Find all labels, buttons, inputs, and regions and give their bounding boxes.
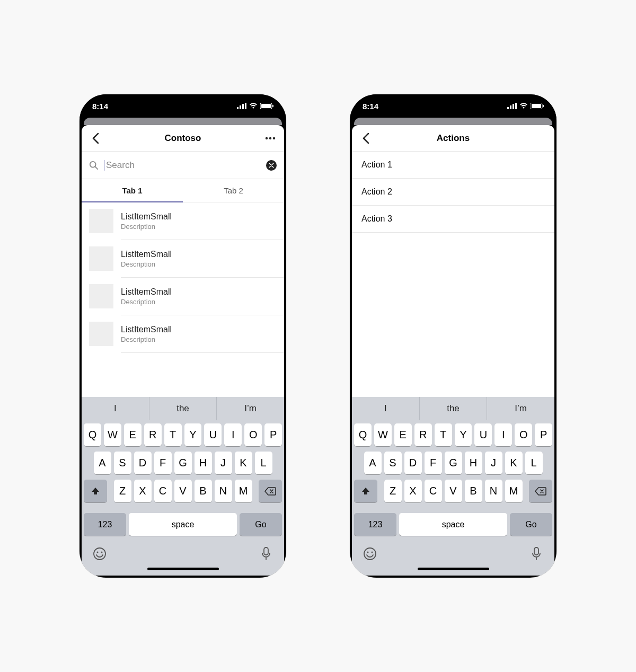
clear-search-button[interactable] bbox=[266, 160, 277, 171]
letter-key[interactable]: S bbox=[114, 452, 131, 474]
letter-key[interactable]: G bbox=[174, 452, 192, 474]
letter-key[interactable]: E bbox=[394, 423, 412, 446]
letter-key[interactable]: T bbox=[164, 423, 182, 446]
shift-key[interactable] bbox=[84, 480, 107, 502]
letter-key[interactable]: J bbox=[485, 452, 502, 474]
letter-key[interactable]: P bbox=[264, 423, 282, 446]
action-item[interactable]: Action 1 bbox=[352, 152, 554, 179]
previous-app-bar bbox=[84, 118, 282, 125]
letter-key[interactable]: F bbox=[425, 452, 442, 474]
suggestion[interactable]: I bbox=[82, 397, 149, 420]
letter-key[interactable]: Y bbox=[184, 423, 202, 446]
letter-key[interactable]: D bbox=[134, 452, 152, 474]
go-key[interactable]: Go bbox=[510, 513, 552, 536]
tab-1[interactable]: Tab 1 bbox=[82, 179, 183, 202]
letter-key[interactable]: X bbox=[134, 480, 152, 502]
letter-key[interactable]: K bbox=[235, 452, 252, 474]
letter-key[interactable]: Z bbox=[114, 480, 131, 502]
letter-key[interactable]: R bbox=[414, 423, 432, 446]
search-input[interactable] bbox=[104, 160, 261, 171]
svg-rect-7 bbox=[261, 104, 271, 108]
letter-key[interactable]: C bbox=[425, 480, 442, 502]
emoji-icon bbox=[363, 547, 377, 561]
letter-key[interactable]: W bbox=[104, 423, 121, 446]
back-button[interactable] bbox=[88, 131, 103, 146]
letter-key[interactable]: G bbox=[445, 452, 462, 474]
letter-key[interactable]: O bbox=[244, 423, 262, 446]
letter-key[interactable]: C bbox=[154, 480, 172, 502]
svg-rect-2 bbox=[237, 107, 238, 109]
space-key[interactable]: space bbox=[399, 513, 507, 536]
go-key[interactable]: Go bbox=[240, 513, 282, 536]
numeric-key[interactable]: 123 bbox=[354, 513, 396, 536]
suggestion[interactable]: the bbox=[149, 397, 217, 420]
suggestion[interactable]: I’m bbox=[487, 397, 554, 420]
list[interactable]: ListItemSmall Description ListItemSmall … bbox=[82, 202, 284, 397]
action-item[interactable]: Action 3 bbox=[352, 206, 554, 233]
numeric-key[interactable]: 123 bbox=[84, 513, 126, 536]
mic-button[interactable] bbox=[529, 546, 544, 561]
letter-key[interactable]: M bbox=[235, 480, 252, 502]
shift-key[interactable] bbox=[354, 480, 377, 502]
letter-key[interactable]: Y bbox=[455, 423, 472, 446]
list-item[interactable]: ListItemSmall Description bbox=[82, 278, 284, 315]
letter-key[interactable]: X bbox=[404, 480, 422, 502]
list-item-title: ListItemSmall bbox=[121, 250, 277, 259]
letter-key[interactable]: U bbox=[204, 423, 222, 446]
backspace-key[interactable] bbox=[259, 480, 282, 502]
letter-key[interactable]: Q bbox=[354, 423, 372, 446]
letter-key[interactable]: T bbox=[435, 423, 452, 446]
letter-key[interactable]: I bbox=[224, 423, 242, 446]
letter-key[interactable]: E bbox=[124, 423, 142, 446]
home-indicator[interactable] bbox=[147, 568, 219, 570]
previous-app-bar bbox=[354, 118, 552, 125]
tab-2[interactable]: Tab 2 bbox=[183, 179, 284, 202]
letter-key[interactable]: L bbox=[255, 452, 272, 474]
letter-key[interactable]: F bbox=[154, 452, 172, 474]
letter-key[interactable]: B bbox=[195, 480, 212, 502]
mic-button[interactable] bbox=[259, 546, 273, 561]
letter-key[interactable]: Q bbox=[84, 423, 101, 446]
letter-key[interactable]: V bbox=[445, 480, 462, 502]
list-item[interactable]: ListItemSmall Description bbox=[82, 202, 284, 240]
space-key[interactable]: space bbox=[129, 513, 237, 536]
suggestion[interactable]: I bbox=[352, 397, 419, 420]
home-indicator[interactable] bbox=[418, 568, 489, 570]
emoji-button[interactable] bbox=[92, 546, 107, 561]
letter-key[interactable]: K bbox=[505, 452, 523, 474]
letter-key[interactable]: B bbox=[465, 480, 482, 502]
letter-key[interactable]: R bbox=[144, 423, 162, 446]
letter-key[interactable]: S bbox=[384, 452, 402, 474]
status-icons bbox=[237, 103, 273, 109]
letter-key[interactable]: M bbox=[505, 480, 523, 502]
list-item[interactable]: ListItemSmall Description bbox=[82, 315, 284, 352]
letter-key[interactable]: N bbox=[215, 480, 232, 502]
back-button[interactable] bbox=[358, 131, 373, 146]
letter-key[interactable]: A bbox=[364, 452, 382, 474]
status-icons bbox=[507, 103, 544, 109]
letter-key[interactable]: L bbox=[525, 452, 543, 474]
letter-key[interactable]: V bbox=[174, 480, 192, 502]
letter-key[interactable]: Z bbox=[384, 480, 402, 502]
list-item-title: ListItemSmall bbox=[121, 325, 277, 334]
cellular-icon bbox=[507, 103, 517, 109]
letter-key[interactable]: O bbox=[515, 423, 532, 446]
letter-key[interactable]: W bbox=[374, 423, 392, 446]
list-item[interactable]: ListItemSmall Description bbox=[82, 240, 284, 277]
letter-key[interactable]: H bbox=[465, 452, 482, 474]
letter-key[interactable]: D bbox=[404, 452, 422, 474]
backspace-key[interactable] bbox=[529, 480, 552, 502]
nav-bar: Contoso bbox=[82, 125, 284, 152]
letter-key[interactable]: I bbox=[494, 423, 512, 446]
action-item[interactable]: Action 2 bbox=[352, 179, 554, 206]
letter-key[interactable]: P bbox=[535, 423, 552, 446]
suggestion[interactable]: the bbox=[419, 397, 487, 420]
letter-key[interactable]: U bbox=[474, 423, 492, 446]
suggestion[interactable]: I’m bbox=[216, 397, 284, 420]
emoji-button[interactable] bbox=[363, 546, 377, 561]
letter-key[interactable]: J bbox=[215, 452, 232, 474]
more-button[interactable] bbox=[263, 131, 278, 146]
letter-key[interactable]: N bbox=[485, 480, 502, 502]
letter-key[interactable]: A bbox=[94, 452, 111, 474]
letter-key[interactable]: H bbox=[195, 452, 212, 474]
